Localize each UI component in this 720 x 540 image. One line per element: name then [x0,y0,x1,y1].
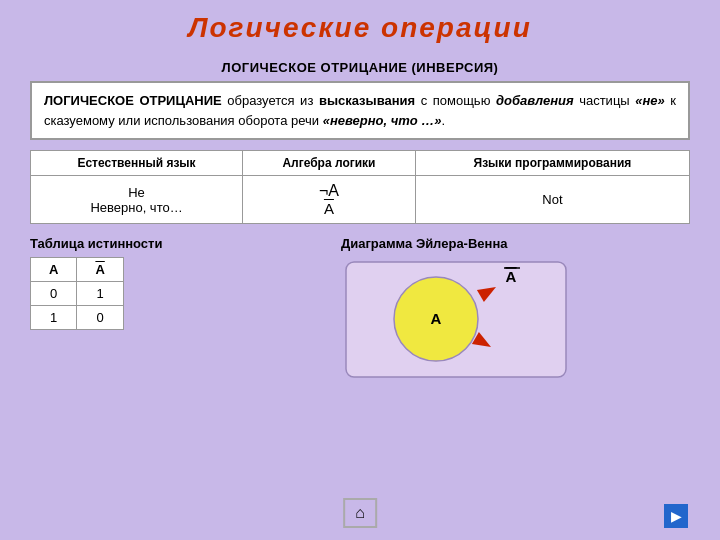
def-part9: «неверно, что …» [323,113,442,128]
definition-box: ЛОГИЧЕСКОЕ ОТРИЦАНИЕ образуется из выска… [30,81,690,140]
tt-header-nota: A [77,258,123,282]
def-part2: образуется из [222,93,319,108]
svg-text:A: A [430,310,441,327]
def-part5: добавления [496,93,574,108]
col-header-algebra: Алгебра логики [243,151,416,176]
table-row: 0 1 [31,282,124,306]
truth-table-section: Таблица истинности A A 0 1 1 0 [30,236,321,330]
tt-a-0: 0 [31,282,77,306]
table-row: НеНеверно, что… ¬A A Not [31,176,690,224]
euler-svg: A A [341,257,581,387]
truth-table-label: Таблица истинности [30,236,321,251]
home-button[interactable]: ⌂ [343,498,377,528]
logic-table: Естественный язык Алгебра логики Языки п… [30,150,690,224]
def-part3: высказывания [319,93,415,108]
next-arrow-button[interactable]: ▶ [664,504,688,528]
euler-diagram: A A [341,257,690,387]
def-part10: . [441,113,445,128]
tt-a-1: 1 [31,306,77,330]
col-header-natural: Естественный язык [31,151,243,176]
tt-header-a: A [31,258,77,282]
col-header-prog: Языки программирования [415,151,689,176]
prog-cell: Not [415,176,689,224]
svg-text:A: A [505,268,516,285]
bottom-section: Таблица истинности A A 0 1 1 0 [30,236,690,387]
arrow-icon: ▶ [671,508,682,524]
euler-label: Диаграмма Эйлера-Венна [341,236,690,251]
home-icon: ⌂ [355,504,365,521]
natural-lang-cell: НеНеверно, что… [31,176,243,224]
def-part4: с помощью [415,93,496,108]
tt-nota-0: 1 [77,282,123,306]
section-title: ЛОГИЧЕСКОЕ ОТРИЦАНИЕ (ИНВЕРСИЯ) [30,54,690,81]
def-part1: ЛОГИЧЕСКОЕ ОТРИЦАНИЕ [44,93,222,108]
euler-section: Диаграмма Эйлера-Венна A A [341,236,690,387]
page-title: Логические операции [0,0,720,54]
def-part6: частицы [574,93,636,108]
def-part7: «не» [635,93,665,108]
truth-table: A A 0 1 1 0 [30,257,124,330]
tt-nota-1: 0 [77,306,123,330]
table-row: 1 0 [31,306,124,330]
algebra-cell: ¬A A [243,176,416,224]
